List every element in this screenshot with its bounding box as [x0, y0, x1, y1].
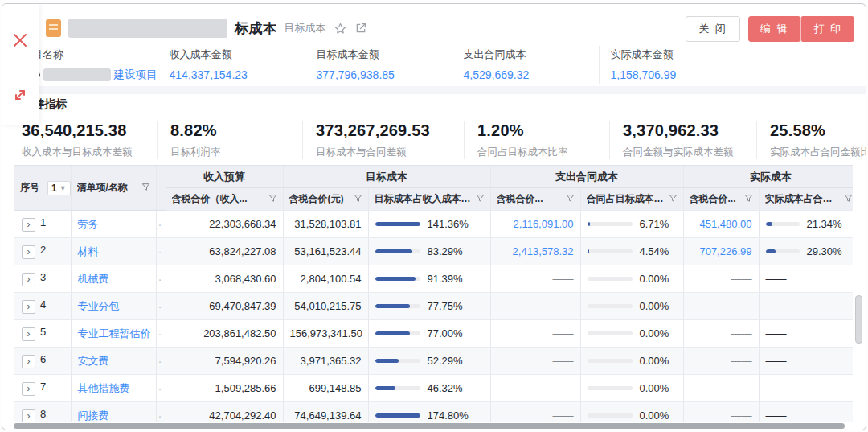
- expand-row-icon[interactable]: ›: [22, 245, 35, 259]
- filter-icon[interactable]: [141, 183, 150, 194]
- row-name-cell: 机械费: [71, 265, 156, 293]
- stub-cell: ·: [156, 293, 166, 320]
- filter-icon[interactable]: [669, 194, 678, 205]
- item-name-link[interactable]: 机械费: [78, 273, 109, 285]
- seq-level-select[interactable]: 1▼: [47, 181, 71, 195]
- ratio-cell: 6.71%: [580, 211, 683, 238]
- ratio-cell: 21.34%: [759, 211, 853, 238]
- project-name-link[interactable]: 建设项目: [114, 68, 158, 82]
- stub-column-header: [156, 166, 166, 211]
- filter-icon[interactable]: [476, 194, 485, 205]
- amount-link[interactable]: 2,116,091.00: [490, 211, 580, 238]
- filter-icon[interactable]: [354, 194, 362, 205]
- expand-row-icon[interactable]: ›: [22, 300, 35, 314]
- close-button[interactable]: 关 闭: [686, 16, 740, 42]
- sub-column-header: 实际成本占合同(%): [759, 188, 853, 211]
- ratio-bar: [588, 249, 633, 253]
- amount-cell: ——: [683, 320, 759, 348]
- stat-value[interactable]: 1,158,706.99: [611, 68, 746, 81]
- stat-value[interactable]: 4,529,669.32: [464, 68, 599, 81]
- table-row: ›4专业分包·69,470,847.3954,010,215.7577.75%—…: [14, 293, 853, 320]
- ratio-cell: 0.00%: [580, 293, 683, 320]
- print-button[interactable]: 打 印: [800, 16, 854, 42]
- stat-value[interactable]: 414,337,154.23: [170, 68, 305, 81]
- amount-link[interactable]: 2,413,578.32: [490, 238, 580, 265]
- kpi-item: 36,540,215.38 收入成本与目标成本差额: [22, 121, 157, 159]
- ratio-cell: ——: [759, 320, 853, 348]
- open-external-icon[interactable]: [354, 22, 367, 35]
- amount-cell: 31,528,103.81: [283, 211, 368, 238]
- ratio-bar: [375, 413, 420, 418]
- item-name-link[interactable]: 劳务: [78, 218, 99, 230]
- sub-column-header: 合同占目标成本(%): [580, 188, 683, 211]
- table-row: ›3机械费·3,068,430.602,804,100.5491.39%——0.…: [14, 265, 853, 293]
- star-favorite-icon[interactable]: [334, 22, 347, 35]
- row-name-cell: 劳务: [71, 211, 156, 238]
- sub-column-header: 含税合价(元): [283, 188, 368, 211]
- stat-income-cost: 收入成本金额 414,337,154.23: [158, 46, 305, 84]
- amount-cell: 3,068,430.60: [166, 265, 283, 293]
- amount-cell: 69,470,847.39: [166, 293, 283, 320]
- ratio-cell: 4.54%: [580, 238, 683, 265]
- table-row: ›8间接费·42,704,292.4074,649,139.64174.80%—…: [14, 402, 853, 422]
- horizontal-scrollbar[interactable]: [14, 423, 853, 429]
- kpi-item: 25.58% 实际成本占合同金额比率: [756, 121, 866, 159]
- cost-table: 序号 1▼ 清单项/名称: [14, 165, 853, 422]
- ratio-bar: [588, 331, 633, 335]
- kpi-section-title: 关键指标: [22, 97, 859, 112]
- row-number: 5: [40, 326, 46, 338]
- ratio-bar: [375, 386, 420, 390]
- page-title: 标成本: [235, 19, 277, 38]
- table-group-header-row: 序号 1▼ 清单项/名称: [14, 166, 853, 188]
- project-info-row: 项目名称 360° 建设项目 收入成本金额 414,337,154.23 目标成…: [22, 46, 859, 84]
- item-name-link[interactable]: 其他措施费: [78, 382, 130, 394]
- filter-icon[interactable]: [268, 194, 277, 205]
- edit-button[interactable]: 编 辑: [748, 16, 801, 42]
- item-name-link[interactable]: 间接费: [78, 409, 109, 422]
- amount-cell: 1,509,285.66: [166, 375, 283, 402]
- edit-print-button-group: 编 辑 打 印: [748, 16, 854, 42]
- amount-cell: ——: [683, 265, 759, 293]
- amount-cell: 203,861,482.50: [166, 320, 283, 348]
- expand-row-icon[interactable]: ›: [22, 355, 35, 368]
- expand-row-icon[interactable]: ›: [22, 382, 35, 396]
- row-seq-cell: ›2: [14, 238, 71, 265]
- row-number: 4: [40, 298, 46, 311]
- close-icon[interactable]: [11, 31, 29, 49]
- expand-row-icon[interactable]: ›: [22, 273, 35, 286]
- row-name-cell: 其他措施费: [71, 375, 156, 402]
- row-seq-cell: ›4: [14, 293, 71, 320]
- item-name-link[interactable]: 材料: [78, 245, 99, 257]
- ratio-cell: 29.30%: [759, 238, 853, 265]
- filter-icon[interactable]: [844, 194, 853, 205]
- amount-cell: ——: [683, 375, 759, 402]
- expand-row-icon[interactable]: ›: [22, 409, 35, 422]
- ratio-cell: ——: [759, 348, 853, 375]
- vertical-scrollbar[interactable]: [855, 295, 862, 344]
- ratio-bar: [588, 222, 633, 226]
- ratio-cell: ——: [759, 402, 853, 422]
- item-name-link[interactable]: 专业分包: [78, 300, 120, 312]
- item-name-link[interactable]: 安文费: [78, 355, 109, 367]
- amount-cell: 7,594,920.26: [166, 348, 283, 375]
- item-name-link[interactable]: 专业工程暂估价: [78, 327, 151, 339]
- filter-icon[interactable]: [744, 194, 753, 205]
- project-name-label: 项目名称: [22, 47, 158, 62]
- ratio-cell: ——: [759, 265, 853, 293]
- section-divider: [2, 86, 866, 94]
- row-seq-cell: ›7: [14, 375, 71, 402]
- expand-row-icon[interactable]: ›: [22, 327, 35, 341]
- stat-target-cost: 目标成本金额 377,796,938.85: [305, 46, 452, 84]
- amount-link[interactable]: 707,226.99: [683, 238, 759, 265]
- kpi-section: 关键指标 36,540,215.38 收入成本与目标成本差额 8.82% 目标利…: [22, 97, 859, 159]
- expand-diagonal-icon[interactable]: [11, 86, 29, 104]
- group-target-cost: 目标成本: [283, 166, 490, 188]
- expand-row-icon[interactable]: ›: [22, 218, 35, 232]
- stat-value[interactable]: 377,796,938.85: [317, 68, 452, 81]
- row-number: 1: [40, 216, 46, 228]
- row-name-cell: 专业分包: [71, 293, 156, 320]
- ratio-bar: [375, 304, 420, 308]
- amount-link[interactable]: 451,480.00: [683, 211, 759, 238]
- amount-cell: 156,973,341.50: [283, 320, 368, 348]
- filter-icon[interactable]: [566, 194, 575, 205]
